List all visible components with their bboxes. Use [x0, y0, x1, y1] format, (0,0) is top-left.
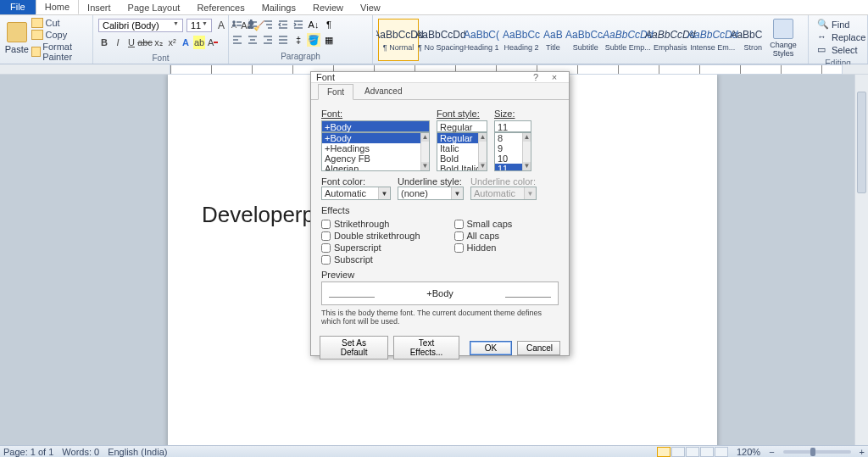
- zoom-in-button[interactable]: +: [860, 447, 865, 457]
- view-web-layout[interactable]: [686, 447, 699, 457]
- strikethrough-checkbox[interactable]: Strikethrough: [321, 219, 420, 229]
- paste-button[interactable]: Paste: [3, 17, 30, 59]
- italic-button[interactable]: I: [112, 36, 124, 49]
- text-effects-button[interactable]: Text Effects...: [393, 336, 459, 359]
- style-item[interactable]: AaBbCcDcStrong: [735, 19, 762, 61]
- tab-file[interactable]: File: [0, 0, 36, 14]
- highlight-button[interactable]: ab: [193, 36, 205, 49]
- style-item[interactable]: AaBbCcDd¶ Normal: [378, 19, 419, 61]
- replace-button[interactable]: ↔Replace: [817, 31, 865, 43]
- style-item[interactable]: AaBTitle: [542, 19, 564, 61]
- tab-insert[interactable]: Insert: [79, 1, 120, 14]
- subscript-checkbox[interactable]: Subscript: [321, 254, 420, 265]
- list-item[interactable]: Algerian: [322, 164, 429, 171]
- borders-button[interactable]: ▦: [322, 33, 336, 47]
- format-painter-button[interactable]: Format Painter: [30, 41, 89, 63]
- view-draft[interactable]: [715, 447, 728, 457]
- style-item[interactable]: AaBbCcDdSubtle Emp...: [608, 19, 648, 61]
- copy-button[interactable]: Copy: [30, 29, 89, 41]
- font-listbox[interactable]: +Body+HeadingsAgency FBAlgerianArial▲▼: [321, 132, 430, 171]
- indent-dec-button[interactable]: [276, 18, 290, 31]
- dialog-help-button[interactable]: ?: [526, 72, 545, 82]
- font-name-combo[interactable]: Calibri (Body)▼: [98, 19, 183, 32]
- line-spacing-button[interactable]: ‡: [292, 33, 305, 47]
- show-marks-button[interactable]: ¶: [322, 18, 336, 31]
- cut-button[interactable]: Cut: [30, 17, 89, 29]
- tab-mailings[interactable]: Mailings: [253, 1, 304, 14]
- align-justify-button[interactable]: [276, 33, 290, 47]
- cancel-button[interactable]: Cancel: [517, 341, 560, 355]
- bold-button[interactable]: B: [98, 36, 110, 49]
- allcaps-checkbox[interactable]: All caps: [454, 231, 513, 241]
- align-center-button[interactable]: [246, 33, 259, 47]
- list-item[interactable]: +Headings: [322, 143, 429, 153]
- list-item[interactable]: Agency FB: [322, 153, 429, 164]
- tab-references[interactable]: References: [188, 1, 253, 14]
- tab-page-layout[interactable]: Page Layout: [120, 1, 189, 14]
- sort-button[interactable]: A↓: [307, 18, 320, 31]
- fontstyle-listbox[interactable]: RegularItalicBoldBold Italic▲▼: [437, 132, 487, 171]
- style-item[interactable]: AaBbCcHeading 2: [502, 19, 541, 61]
- subscript-button[interactable]: x₂: [153, 36, 164, 49]
- set-default-button[interactable]: Set As Default: [320, 336, 388, 359]
- superscript-checkbox[interactable]: Superscript: [321, 242, 420, 253]
- find-button[interactable]: 🔍Find: [817, 19, 849, 31]
- fontstyle-input[interactable]: Regular: [437, 120, 487, 132]
- font-color-button[interactable]: A: [207, 36, 219, 49]
- dialog-close-button[interactable]: ×: [545, 72, 564, 82]
- numbering-button[interactable]: 12: [246, 18, 259, 31]
- hidden-checkbox[interactable]: Hidden: [454, 242, 513, 253]
- dialog-titlebar[interactable]: Font ? ×: [311, 72, 569, 83]
- ribbon-group-editing: 🔍Find ↔Replace ▭Select Editing: [809, 15, 868, 64]
- strike-button[interactable]: abc: [139, 36, 151, 49]
- align-right-button[interactable]: [261, 33, 275, 47]
- dialog-tab-advanced[interactable]: Advanced: [355, 83, 411, 99]
- fontcolor-label: Font color:: [321, 176, 391, 187]
- shading-button[interactable]: 🪣: [307, 33, 320, 47]
- font-size-combo[interactable]: 11▼: [186, 19, 212, 32]
- status-words[interactable]: Words: 0: [62, 447, 99, 457]
- grow-font-button[interactable]: A: [215, 19, 227, 32]
- underline-button[interactable]: U: [125, 36, 137, 49]
- zoom-thumb[interactable]: [810, 448, 815, 456]
- list-item[interactable]: +Body: [322, 133, 429, 143]
- zoom-level[interactable]: 120%: [737, 447, 760, 457]
- zoom-slider[interactable]: [783, 450, 851, 454]
- size-listbox[interactable]: 89101112▲▼: [494, 132, 531, 171]
- copy-icon: [31, 30, 43, 40]
- dialog-tab-font[interactable]: Font: [318, 84, 353, 100]
- multilevel-button[interactable]: [261, 18, 275, 31]
- style-item[interactable]: AaBbCc.Subtitle: [565, 19, 606, 61]
- style-item[interactable]: AaBbC(Heading 1: [463, 19, 500, 61]
- style-gallery[interactable]: AaBbCcDd¶ NormalAaBbCcDd¶ No SpacingAaBb…: [376, 17, 762, 63]
- tab-home[interactable]: Home: [36, 0, 79, 14]
- fontcolor-combo[interactable]: Automatic▼: [321, 187, 391, 200]
- ok-button[interactable]: OK: [470, 341, 512, 355]
- text-effects-button[interactable]: A: [180, 36, 192, 49]
- tab-review[interactable]: Review: [304, 1, 352, 14]
- indent-inc-button[interactable]: [292, 18, 305, 31]
- status-lang[interactable]: English (India): [108, 447, 167, 457]
- view-outline[interactable]: [700, 447, 714, 457]
- tab-view[interactable]: View: [352, 1, 389, 14]
- style-item[interactable]: AaBbCcDdIntense Em...: [693, 19, 733, 61]
- underlinestyle-label: Underline style:: [398, 176, 464, 187]
- view-full-screen[interactable]: [671, 447, 685, 457]
- bullets-button[interactable]: [231, 18, 244, 31]
- smallcaps-checkbox[interactable]: Small caps: [454, 219, 513, 229]
- size-input[interactable]: 11: [494, 120, 531, 132]
- superscript-button[interactable]: x²: [166, 36, 178, 49]
- view-print-layout[interactable]: [657, 447, 670, 457]
- double-strike-checkbox[interactable]: Double strikethrough: [321, 231, 420, 241]
- style-item[interactable]: AaBbCcDdEmphasis: [650, 19, 691, 61]
- underlinestyle-combo[interactable]: (none)▼: [398, 187, 464, 200]
- align-left-button[interactable]: [231, 33, 244, 47]
- vertical-scrollbar[interactable]: [854, 75, 868, 445]
- status-page[interactable]: Page: 1 of 1: [3, 447, 53, 457]
- zoom-out-button[interactable]: −: [769, 447, 774, 457]
- scrollbar-thumb[interactable]: [857, 92, 866, 193]
- change-styles-button[interactable]: Change Styles: [762, 17, 804, 59]
- font-input[interactable]: +Body: [321, 120, 430, 132]
- style-item[interactable]: AaBbCcDd¶ No Spacing: [420, 19, 461, 61]
- select-button[interactable]: ▭Select: [817, 44, 858, 56]
